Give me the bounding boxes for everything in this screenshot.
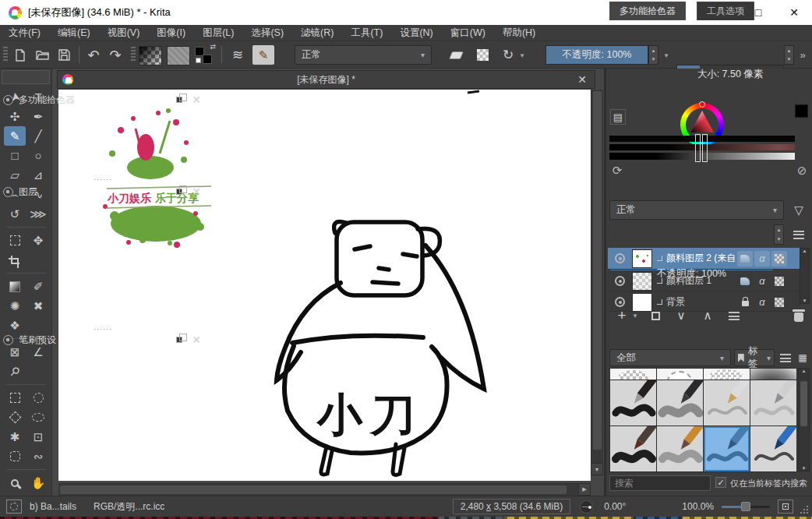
layer-blending-dropdown[interactable]: 正常 ▾ [609, 200, 784, 220]
eye-visibility-icon[interactable] [615, 276, 625, 286]
arrow-down-icon[interactable]: ▼ [799, 466, 809, 471]
layer-filter-button[interactable]: ▽ [789, 200, 809, 220]
float-docker-icon[interactable] [176, 337, 182, 343]
scrollbar-thumb[interactable] [593, 91, 602, 450]
swap-colors-icon[interactable]: ⇄ [210, 43, 216, 51]
duplicate-layer-button[interactable] [645, 305, 665, 326]
tool-similar-color-select[interactable]: ✱ [4, 427, 26, 447]
tab-advanced-color-selector[interactable]: 多功能拾色器 [609, 2, 686, 20]
default-colors-swatch[interactable] [196, 58, 201, 63]
save-button[interactable] [55, 45, 73, 65]
layer-thumbnail[interactable] [632, 249, 652, 268]
toolbar-grip[interactable] [131, 47, 136, 62]
delete-layer-button[interactable] [789, 305, 809, 326]
color-component-sliders[interactable] [609, 134, 795, 162]
tool-rectangle[interactable]: □ [4, 146, 26, 165]
spin-up-icon[interactable]: ▲ [649, 46, 658, 55]
move-layer-down-button[interactable]: ∨ [670, 305, 692, 326]
toolbox-header[interactable] [2, 70, 50, 84]
docker-lock-icon[interactable] [3, 335, 13, 345]
canvas-vertical-scrollbar[interactable] [591, 90, 603, 463]
tool-dynamic-brush[interactable]: ↺ [4, 204, 26, 224]
rotation-dial-icon[interactable] [580, 500, 593, 514]
brush-preset-cell[interactable] [610, 380, 656, 425]
layer-alpha-channel-icon[interactable] [771, 251, 787, 267]
alpha-lock-icon[interactable]: α [754, 295, 770, 310]
brush-preset-cell-partial[interactable] [704, 369, 750, 380]
spin-down-icon[interactable]: ▼ [649, 55, 658, 65]
tool-freehand-select[interactable] [27, 408, 49, 427]
zoom-slider[interactable] [722, 506, 770, 508]
spin-up-icon[interactable]: ▲ [785, 46, 793, 55]
scrollbar-thumb[interactable] [800, 381, 807, 426]
alpha-lock-icon[interactable]: α [754, 274, 770, 289]
layer-thumbnail[interactable] [632, 272, 652, 291]
toolbar-grip[interactable] [3, 47, 8, 62]
brush-preset-cell[interactable] [610, 426, 656, 471]
bar-handle[interactable] [695, 134, 701, 162]
docker-lock-icon[interactable] [3, 187, 13, 197]
brush-preset-cell-partial[interactable] [657, 369, 703, 380]
tool-move[interactable]: ✥ [27, 231, 49, 250]
opacity-slider[interactable]: 不透明度: 100% [545, 45, 648, 65]
tool-select-from-color[interactable]: ⊡ [27, 427, 49, 447]
document-subwindow-titlebar[interactable]: [未保存图像] * ✕ [57, 70, 595, 89]
tool-magnetic-select[interactable]: ∾ [27, 447, 49, 466]
selection-display-icon[interactable] [6, 500, 22, 514]
canvas[interactable]: 小刀娱乐乐于分享 小刀 [58, 90, 591, 481]
tool-smart-patch[interactable]: ✖ [27, 296, 49, 316]
brush-filter-dropdown[interactable]: 全部 ▾ [609, 349, 731, 366]
layer-scrollbar[interactable]: ▲ ▼ [800, 248, 810, 304]
layer-alpha-channel-icon[interactable] [771, 295, 787, 310]
eye-visibility-icon[interactable] [615, 253, 625, 263]
brush-scrollbar[interactable]: ▲ ▼ [798, 368, 810, 471]
tool-bezier-select[interactable] [4, 447, 26, 466]
menu-item[interactable]: 图像(I) [148, 25, 194, 41]
brush-preset-cell[interactable] [657, 380, 703, 425]
tool-polygon[interactable]: ▱ [4, 165, 26, 185]
spin-down-icon[interactable]: ▼ [785, 55, 793, 65]
scroll-right-button[interactable]: ▶ [578, 483, 591, 496]
inherit-alpha-icon[interactable] [737, 251, 753, 267]
gradient-chooser[interactable] [139, 46, 162, 65]
docker-drag-handle[interactable]: ······ [0, 327, 206, 331]
tool-transform[interactable] [4, 231, 26, 250]
menu-item[interactable]: 工具(T) [342, 25, 391, 41]
float-docker-icon[interactable] [176, 189, 182, 195]
menu-item[interactable]: 选择(S) [242, 25, 292, 41]
arrow-up-icon[interactable]: ▲ [800, 249, 809, 253]
tag-button[interactable]: 标签 ▾ [734, 349, 775, 366]
tool-color-sampler[interactable]: ✐ [27, 277, 49, 296]
move-layer-up-button[interactable]: ∧ [697, 305, 718, 326]
tab-tool-options[interactable]: 工具选项 [697, 2, 754, 20]
color-selector-settings-button[interactable]: ▤ [610, 109, 626, 125]
add-layer-button[interactable]: + [613, 305, 631, 326]
brush-preset-cell-partial[interactable] [750, 369, 796, 380]
fg-bg-colors[interactable]: ⇄ [195, 45, 215, 65]
window-resize-grip[interactable] [800, 505, 809, 514]
open-button[interactable] [33, 45, 51, 65]
image-dimensions[interactable]: 2,480 x 3,508 (34.6 MiB) [453, 499, 570, 514]
spin-up-icon[interactable]: ▲ [775, 225, 783, 235]
float-docker-icon[interactable] [176, 97, 182, 103]
zoom-fit-button[interactable] [778, 500, 793, 514]
tool-freehand-brush[interactable]: ✎ [4, 126, 26, 146]
menu-item[interactable]: 设置(N) [391, 25, 441, 41]
arrow-down-icon[interactable]: ▼ [800, 298, 809, 303]
menu-item[interactable]: 帮助(H) [494, 25, 544, 41]
reload-options-caret[interactable]: ▾ [517, 45, 527, 65]
brush-preset-cell[interactable] [657, 426, 703, 471]
close-button[interactable]: ✕ [776, 0, 812, 25]
menu-item[interactable]: 滤镜(R) [292, 25, 342, 41]
tool-crop[interactable] [4, 250, 26, 270]
tag-search-checkbox[interactable]: ✓ [715, 477, 726, 488]
tool-calligraphy[interactable]: ✒ [27, 107, 49, 126]
menu-item[interactable]: 窗口(W) [442, 25, 494, 41]
layer-options-button[interactable] [789, 224, 809, 245]
tool-ellipse-select[interactable] [27, 388, 49, 408]
tool-line[interactable]: ╱ [27, 126, 49, 146]
tool-polygon-select[interactable] [4, 408, 26, 427]
hue-handle[interactable] [699, 101, 705, 108]
docker-drag-handle[interactable]: ······ [0, 178, 206, 182]
blending-mode-dropdown[interactable]: 正常 ▾ [295, 45, 432, 65]
